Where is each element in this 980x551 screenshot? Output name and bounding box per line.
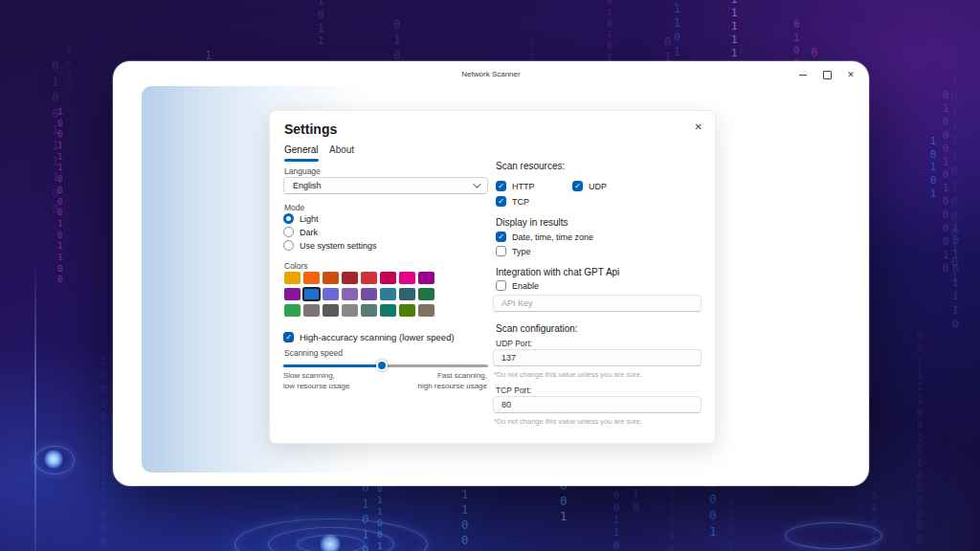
- check-icon: ✓: [498, 233, 504, 241]
- minimize-icon: [799, 75, 807, 76]
- color-swatch-selected[interactable]: [303, 288, 320, 300]
- color-swatch[interactable]: [399, 304, 415, 317]
- gpt-enable-checkbox[interactable]: Enable: [496, 280, 539, 291]
- color-swatch[interactable]: [342, 272, 358, 284]
- checkbox-icon: [496, 246, 506, 256]
- color-swatch[interactable]: [342, 288, 358, 300]
- glow-ring-left: [34, 446, 75, 474]
- checkbox-checked-icon: ✓: [572, 181, 583, 191]
- radio-dark[interactable]: Dark: [283, 227, 318, 237]
- color-swatch[interactable]: [303, 304, 320, 317]
- checkbox-checked-icon: ✓: [283, 332, 294, 342]
- glow-core: [320, 534, 341, 551]
- close-icon: ✕: [847, 71, 855, 79]
- type-checkbox[interactable]: Type: [496, 246, 531, 256]
- scan-resources-label: Scan resources:: [496, 161, 565, 171]
- tcp-port-input[interactable]: [493, 396, 702, 413]
- color-swatch[interactable]: [284, 304, 301, 317]
- dialog-close-button[interactable]: ✕: [695, 121, 702, 132]
- radio-icon: [283, 240, 294, 251]
- checkbox-icon: [496, 280, 506, 291]
- color-swatch[interactable]: [284, 272, 301, 284]
- api-key-input[interactable]: [493, 295, 702, 312]
- maximize-button[interactable]: [818, 67, 835, 82]
- language-label: Language: [284, 166, 321, 176]
- scan-config-label: Scan configuration:: [496, 323, 578, 334]
- color-swatch[interactable]: [380, 304, 396, 317]
- active-tab-indicator: [284, 159, 319, 162]
- mode-label: Mode: [284, 203, 304, 212]
- slider-caption-left: Slow scanning, low resourse usage: [283, 371, 349, 392]
- close-window-button[interactable]: ✕: [842, 67, 859, 82]
- titlebar[interactable]: Network Scanner ✕: [113, 61, 869, 88]
- datetime-checkbox[interactable]: ✓ Date, time, time zone: [496, 231, 593, 242]
- tcp-port-note: *Do not change this value unless you are…: [494, 417, 642, 426]
- http-checkbox[interactable]: ✓ HTTP: [496, 181, 535, 191]
- udp-label: UDP: [589, 182, 607, 191]
- datetime-label: Date, time, time zone: [512, 232, 593, 242]
- check-icon: ✓: [574, 183, 581, 190]
- color-swatch[interactable]: [418, 288, 434, 300]
- caption-line: Fast scanning,: [418, 371, 488, 382]
- settings-dialog: Settings ✕ General About Language Englis…: [269, 110, 716, 444]
- check-icon: ✓: [498, 183, 504, 190]
- glow-ring-right: [785, 522, 882, 549]
- color-swatch[interactable]: [399, 272, 415, 284]
- caption-line: low resourse usage: [283, 382, 349, 392]
- udp-port-label: UDP Port:: [496, 339, 532, 348]
- radio-light[interactable]: Light: [283, 213, 319, 224]
- http-label: HTTP: [512, 182, 535, 191]
- scanning-speed-slider[interactable]: [283, 359, 488, 372]
- check-icon: ✓: [498, 198, 504, 206]
- tab-about[interactable]: About: [329, 144, 354, 155]
- tcp-checkbox[interactable]: ✓ TCP: [496, 196, 529, 207]
- window-title: Network Scanner: [113, 70, 869, 78]
- color-palette: [284, 272, 437, 317]
- color-swatch[interactable]: [303, 272, 320, 284]
- radio-system[interactable]: Use system settings: [283, 240, 377, 251]
- slider-fill: [283, 364, 382, 367]
- maximize-icon: [823, 71, 832, 79]
- language-dropdown[interactable]: English: [283, 177, 488, 194]
- color-swatch[interactable]: [284, 288, 301, 300]
- high-accuracy-label: High-accuracy scanning (lower speed): [300, 332, 455, 342]
- color-swatch[interactable]: [342, 304, 358, 317]
- caption-line: Slow scanning,: [283, 371, 349, 382]
- display-results-label: Display in results: [496, 217, 568, 228]
- color-swatch[interactable]: [323, 304, 339, 317]
- slider-caption-right: Fast scanning, high resourse usage: [418, 371, 488, 392]
- radio-dark-label: Dark: [300, 228, 318, 237]
- color-swatch[interactable]: [380, 272, 396, 284]
- radio-selected-icon: [283, 213, 294, 224]
- color-swatch[interactable]: [380, 288, 396, 300]
- radio-system-label: Use system settings: [300, 241, 377, 251]
- color-swatch[interactable]: [418, 272, 434, 284]
- radio-icon: [283, 227, 294, 237]
- minimize-button[interactable]: [794, 67, 812, 82]
- type-label: Type: [512, 247, 531, 256]
- scanning-speed-label: Scanning speed: [284, 348, 343, 358]
- tcp-port-label: TCP Port:: [496, 386, 531, 395]
- color-swatch[interactable]: [418, 304, 434, 317]
- color-swatch[interactable]: [323, 272, 339, 284]
- language-value: English: [293, 181, 322, 190]
- chevron-down-icon: [473, 180, 480, 187]
- tcp-label: TCP: [512, 197, 529, 207]
- udp-port-note: *Do not change this value unless you are…: [494, 370, 642, 379]
- checkbox-checked-icon: ✓: [496, 231, 506, 242]
- udp-port-input[interactable]: [493, 349, 702, 366]
- caption-line: high resourse usage: [418, 382, 488, 392]
- slider-thumb[interactable]: [376, 360, 388, 371]
- color-swatch[interactable]: [361, 272, 377, 284]
- color-swatch[interactable]: [323, 288, 339, 300]
- radio-light-label: Light: [300, 214, 319, 224]
- light-streak: [34, 258, 36, 551]
- udp-checkbox[interactable]: ✓ UDP: [572, 181, 607, 191]
- high-accuracy-checkbox[interactable]: ✓ High-accuracy scanning (lower speed): [283, 332, 455, 342]
- dialog-title: Settings: [284, 121, 337, 137]
- tab-general[interactable]: General: [284, 144, 319, 155]
- color-swatch[interactable]: [361, 288, 377, 300]
- color-swatch[interactable]: [399, 288, 415, 300]
- gpt-enable-label: Enable: [512, 281, 539, 291]
- color-swatch[interactable]: [361, 304, 377, 317]
